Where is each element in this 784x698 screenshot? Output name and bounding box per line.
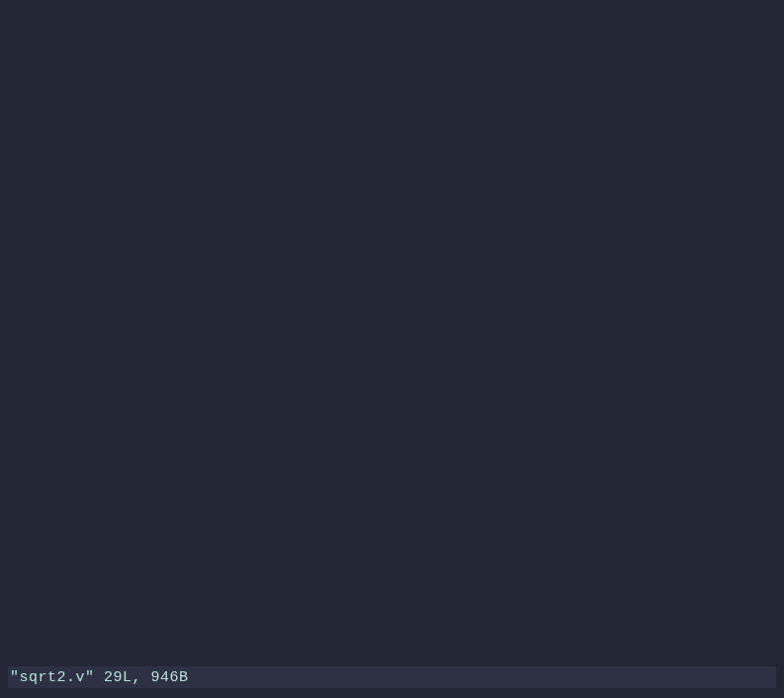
status-bar: "sqrt2.v" 29L, 946B [8, 666, 776, 688]
status-separator [95, 669, 105, 686]
status-lines: 29L [104, 669, 132, 686]
status-separator-2: , [132, 669, 151, 686]
status-filename: "sqrt2.v" [10, 669, 95, 686]
status-bytes: 946B [151, 669, 189, 686]
editor-area[interactable] [0, 0, 784, 668]
